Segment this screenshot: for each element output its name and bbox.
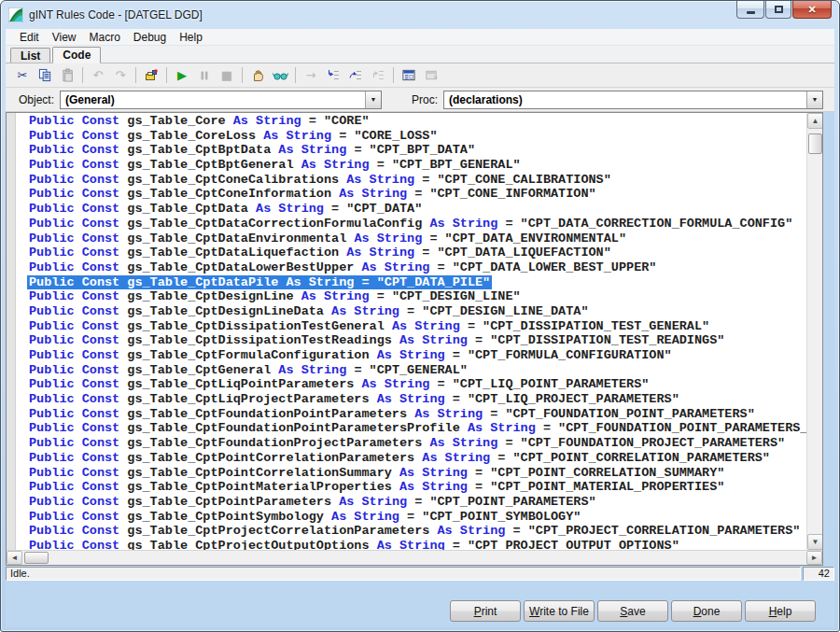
status-message: Idle. bbox=[6, 567, 801, 581]
toolbar-separator bbox=[166, 67, 167, 83]
menu-item-edit[interactable]: Edit bbox=[13, 30, 46, 45]
code-line[interactable]: Public Const gs_Table_CptConeInformation… bbox=[7, 187, 806, 202]
minimize-icon bbox=[747, 11, 755, 14]
menu-bar: EditViewMacroDebugHelp bbox=[6, 29, 834, 46]
properties-window-icon[interactable] bbox=[398, 65, 420, 86]
tab-code[interactable]: Code bbox=[52, 47, 101, 63]
vertical-scroll-thumb[interactable] bbox=[808, 133, 822, 154]
undo-icon: ↶ bbox=[87, 65, 109, 86]
code-editor: Public Const gs_Table_Core As String = "… bbox=[6, 112, 823, 566]
code-line[interactable]: Public Const gs_Table_CptFormulaConfigur… bbox=[7, 348, 806, 363]
run-icon[interactable]: ▶ bbox=[171, 65, 193, 86]
code-line[interactable]: Public Const gs_Table_CptDataLowerBestUp… bbox=[7, 260, 806, 275]
redo-icon: ↷ bbox=[109, 65, 132, 86]
code-line[interactable]: Public Const gs_Table_CptData As String … bbox=[7, 202, 806, 217]
toolbar-separator bbox=[393, 67, 394, 83]
design-mode-icon[interactable] bbox=[140, 65, 162, 86]
code-line[interactable]: Public Const gs_Table_CptPointSymbology … bbox=[7, 510, 806, 525]
title-bar: gINT Rules Code - [DATGEL DGD] ✕ bbox=[1, 1, 839, 29]
menu-item-help[interactable]: Help bbox=[173, 30, 209, 45]
step-icon: → bbox=[300, 65, 322, 86]
close-button[interactable]: ✕ bbox=[792, 1, 832, 19]
code-line[interactable]: Public Const gs_Table_CptLiqProjectParam… bbox=[7, 392, 806, 407]
print-button[interactable]: Print bbox=[450, 600, 521, 622]
step-out-icon bbox=[367, 65, 389, 86]
menu-item-debug[interactable]: Debug bbox=[127, 30, 173, 45]
code-line[interactable]: Public Const gs_Table_CptDissipationTest… bbox=[7, 319, 806, 334]
close-icon: ✕ bbox=[807, 5, 816, 15]
object-dropdown-value: (General) bbox=[61, 91, 365, 108]
chevron-down-icon[interactable]: ▼ bbox=[365, 91, 381, 108]
window-title: gINT Rules Code - [DATGEL DGD] bbox=[29, 8, 203, 21]
code-line[interactable]: Public Const gs_Table_CptConeCalibration… bbox=[7, 173, 806, 188]
write-to-file-button[interactable]: Write to File bbox=[524, 600, 595, 622]
code-line[interactable]: Public Const gs_Table_Core As String = "… bbox=[7, 114, 806, 129]
app-icon bbox=[8, 7, 23, 22]
scroll-left-icon[interactable]: ◄ bbox=[7, 551, 22, 565]
pause-icon bbox=[193, 65, 216, 86]
code-line[interactable]: Public Const gs_Table_CptDesignLine As S… bbox=[7, 289, 806, 304]
code-line[interactable]: Public Const gs_Table_CptProjectOutputOp… bbox=[7, 539, 806, 550]
help-button[interactable]: Help bbox=[745, 600, 816, 622]
toolbar: ✂↶↷▶■→ bbox=[6, 63, 834, 88]
chevron-down-icon[interactable]: ▼ bbox=[806, 91, 822, 108]
proc-label: Proc: bbox=[412, 93, 438, 106]
code-line[interactable]: Public Const gs_Table_CptPointMaterialPr… bbox=[7, 480, 806, 495]
menu-item-macro[interactable]: Macro bbox=[82, 30, 126, 45]
toolbar-separator bbox=[295, 67, 296, 83]
code-line[interactable]: Public Const gs_Table_CptDataCorrectionF… bbox=[7, 217, 806, 232]
toolbar-separator bbox=[135, 67, 136, 83]
code-line[interactable]: Public Const gs_Table_CptDataLiquefactio… bbox=[7, 246, 806, 260]
step-over-icon[interactable] bbox=[344, 65, 367, 86]
vertical-scrollbar[interactable]: ▲ ▼ bbox=[806, 113, 822, 550]
copy-icon[interactable] bbox=[34, 65, 56, 86]
code-line[interactable]: Public Const gs_Table_CptPointCorrelatio… bbox=[7, 451, 806, 466]
tab-strip: List Code bbox=[6, 46, 834, 63]
footer-button-bar: PrintWrite to FileSaveDoneHelp bbox=[6, 581, 834, 627]
code-line[interactable]: Public Const gs_Table_CptFoundationPoint… bbox=[7, 421, 806, 436]
code-line[interactable]: Public Const gs_Table_CptFoundationProje… bbox=[7, 436, 806, 451]
tab-list[interactable]: List bbox=[10, 48, 50, 63]
code-line[interactable]: Public Const gs_Table_CptFoundationPoint… bbox=[7, 407, 806, 422]
paste-icon bbox=[56, 65, 78, 86]
status-line-number: 42 bbox=[803, 567, 834, 581]
object-browser-icon bbox=[420, 65, 442, 86]
toolbar-separator bbox=[242, 67, 243, 83]
minimize-button[interactable] bbox=[736, 1, 764, 19]
proc-dropdown[interactable]: (declarations) ▼ bbox=[443, 91, 823, 109]
editor-zone: Public Const gs_Table_Core As String = "… bbox=[6, 112, 834, 566]
code-line[interactable]: Public Const gs_Table_CptPointCorrelatio… bbox=[7, 466, 806, 481]
code-line[interactable]: Public Const gs_Table_CoreLoss As String… bbox=[7, 129, 806, 144]
step-into-icon[interactable] bbox=[322, 65, 344, 86]
cut-icon[interactable]: ✂ bbox=[11, 65, 34, 86]
stop-icon: ■ bbox=[216, 65, 238, 86]
code-line[interactable]: Public Const gs_Table_CptPointParameters… bbox=[7, 495, 806, 510]
code-line[interactable]: Public Const gs_Table_CptProjectCorrelat… bbox=[7, 524, 806, 539]
toolbar-separator bbox=[82, 67, 83, 83]
save-button[interactable]: Save bbox=[597, 600, 668, 622]
code-line[interactable]: Public Const gs_Table_CptDesignLineData … bbox=[7, 304, 806, 319]
horizontal-scroll-thumb[interactable] bbox=[24, 552, 49, 564]
code-line[interactable]: Public Const gs_Table_CptDataEnvironment… bbox=[7, 232, 806, 246]
status-bar: Idle. 42 bbox=[6, 566, 834, 581]
object-proc-row: Object: (General) ▼ Proc: (declarations)… bbox=[6, 88, 834, 112]
break-icon[interactable] bbox=[246, 65, 269, 86]
scroll-up-icon[interactable]: ▲ bbox=[807, 113, 822, 129]
maximize-button[interactable] bbox=[765, 1, 791, 19]
watch-icon[interactable] bbox=[269, 65, 291, 86]
code-line[interactable]: Public Const gs_Table_CptGeneral As Stri… bbox=[7, 363, 806, 378]
scroll-down-icon[interactable]: ▼ bbox=[807, 534, 822, 550]
app-window: gINT Rules Code - [DATGEL DGD] ✕ EditVie… bbox=[0, 0, 840, 632]
code-view[interactable]: Public Const gs_Table_Core As String = "… bbox=[7, 113, 822, 550]
code-line[interactable]: Public Const gs_Table_CptBptData As Stri… bbox=[7, 143, 806, 158]
menu-item-view[interactable]: View bbox=[46, 30, 83, 45]
code-line[interactable]: Public Const gs_Table_CptDissipationTest… bbox=[7, 333, 806, 348]
horizontal-scrollbar[interactable]: ◄ ► bbox=[7, 550, 822, 565]
object-dropdown[interactable]: (General) ▼ bbox=[60, 91, 382, 109]
scroll-right-icon[interactable]: ► bbox=[806, 551, 822, 565]
done-button[interactable]: Done bbox=[671, 600, 742, 622]
code-line[interactable]: Public Const gs_Table_CptDataPile As Str… bbox=[7, 275, 806, 290]
code-line[interactable]: Public Const gs_Table_CptBptGeneral As S… bbox=[7, 158, 806, 173]
code-line[interactable]: Public Const gs_Table_CptLiqPointParamet… bbox=[7, 377, 806, 392]
selected-code-line[interactable]: Public Const gs_Table_CptDataPile As Str… bbox=[29, 275, 490, 289]
